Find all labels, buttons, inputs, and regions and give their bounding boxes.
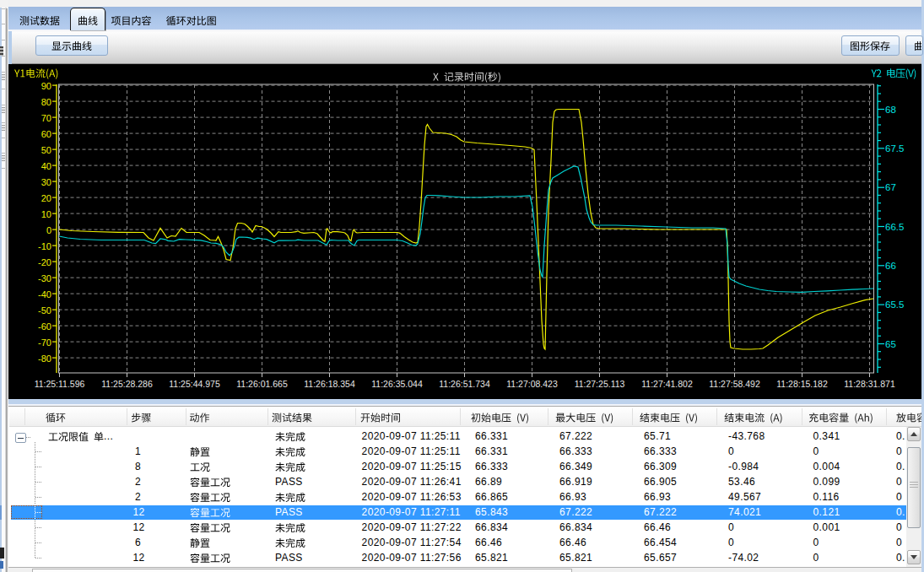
svg-text:50: 50 — [41, 145, 51, 155]
svg-text:11:26:51.734: 11:26:51.734 — [439, 379, 490, 389]
svg-text:-70: -70 — [38, 337, 51, 348]
svg-text:66: 66 — [885, 261, 896, 271]
svg-text:11:25:28.286: 11:25:28.286 — [101, 379, 153, 389]
svg-text:68: 68 — [885, 105, 896, 115]
svg-text:11:27:58.492: 11:27:58.492 — [709, 379, 760, 389]
svg-text:11:26:35.044: 11:26:35.044 — [371, 379, 423, 389]
svg-text:65.5: 65.5 — [885, 299, 904, 310]
svg-text:11:28:31.871: 11:28:31.871 — [844, 379, 895, 389]
svg-text:67: 67 — [885, 182, 896, 192]
svg-text:11:27:25.113: 11:27:25.113 — [575, 379, 625, 389]
svg-text:-10: -10 — [38, 241, 51, 251]
svg-text:80: 80 — [41, 97, 51, 107]
svg-text:11:27:41.802: 11:27:41.802 — [641, 379, 693, 389]
svg-text:60: 60 — [41, 129, 51, 139]
svg-text:0: 0 — [46, 225, 51, 235]
svg-text:11:25:11.596: 11:25:11.596 — [35, 379, 85, 389]
svg-text:10: 10 — [41, 209, 51, 219]
svg-text:70: 70 — [41, 113, 51, 123]
svg-text:90: 90 — [41, 81, 51, 91]
svg-text:30: 30 — [41, 177, 51, 187]
svg-text:66.5: 66.5 — [885, 222, 904, 232]
svg-text:65: 65 — [885, 339, 896, 349]
svg-text:-60: -60 — [38, 321, 51, 332]
svg-text:-80: -80 — [38, 353, 51, 364]
svg-text:11:25:44.975: 11:25:44.975 — [169, 379, 220, 389]
svg-text:-50: -50 — [38, 305, 51, 316]
svg-text:-30: -30 — [38, 273, 51, 283]
svg-text:11:28:15.182: 11:28:15.182 — [776, 379, 828, 389]
svg-text:-40: -40 — [38, 289, 51, 299]
svg-text:11:26:01.665: 11:26:01.665 — [236, 379, 288, 389]
svg-text:20: 20 — [41, 193, 51, 203]
svg-text:-20: -20 — [38, 257, 51, 267]
svg-text:11:26:18.354: 11:26:18.354 — [304, 379, 355, 389]
svg-text:11:27:08.423: 11:27:08.423 — [506, 379, 558, 389]
svg-text:67.5: 67.5 — [885, 143, 904, 154]
svg-text:40: 40 — [41, 161, 51, 171]
